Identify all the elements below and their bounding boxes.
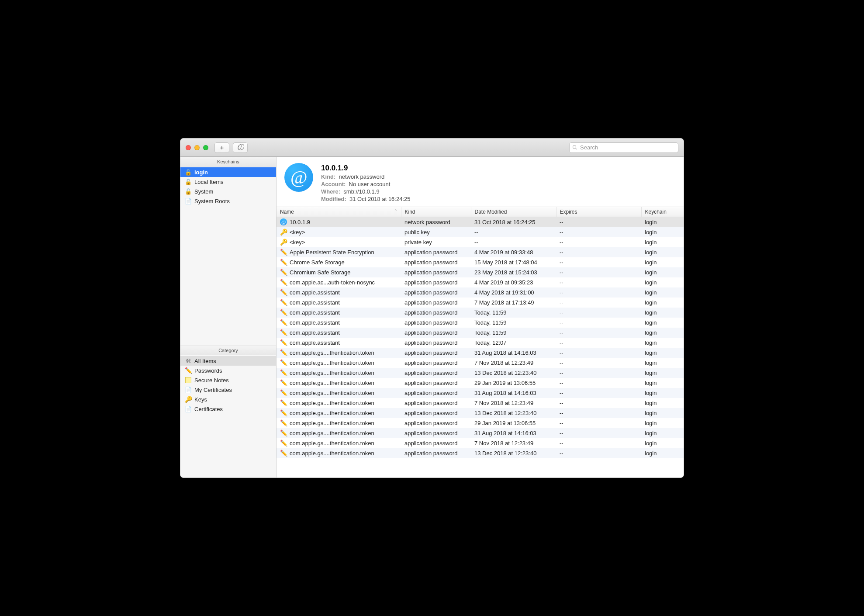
- key-icon: 🔑: [185, 396, 192, 403]
- table-row[interactable]: ✏️com.apple.gs....thentication.tokenappl…: [276, 408, 684, 418]
- row-date: 31 Aug 2018 at 14:16:03: [471, 388, 556, 398]
- table-row[interactable]: ✏️com.apple.gs....thentication.tokenappl…: [276, 348, 684, 358]
- search-field[interactable]: [569, 142, 678, 153]
- row-kind: application password: [401, 298, 471, 308]
- table-row[interactable]: ✏️com.apple.assistantapplication passwor…: [276, 318, 684, 328]
- table-row[interactable]: ✏️com.apple.gs....thentication.tokenappl…: [276, 378, 684, 388]
- table-row[interactable]: ✏️com.apple.gs....thentication.tokenappl…: [276, 418, 684, 428]
- minimize-window-button[interactable]: [194, 145, 200, 150]
- table-row[interactable]: 🔑<key>public key----login: [276, 227, 684, 237]
- row-date: 7 Nov 2018 at 12:23:49: [471, 398, 556, 408]
- sidebar-item-category[interactable]: 📄My Certificates: [180, 385, 276, 395]
- row-date: 13 Dec 2018 at 12:23:40: [471, 368, 556, 378]
- row-expires: --: [556, 318, 641, 328]
- table-row[interactable]: ✏️com.apple.gs....thentication.tokenappl…: [276, 438, 684, 448]
- col-keychain[interactable]: Keychain: [641, 207, 684, 217]
- table-row[interactable]: ✏️com.apple.assistantapplication passwor…: [276, 338, 684, 348]
- svg-line-1: [576, 148, 577, 149]
- info-button[interactable]: ⓘ: [233, 142, 248, 153]
- row-kind: application password: [401, 428, 471, 438]
- table-row[interactable]: ✏️com.apple.gs....thentication.tokenappl…: [276, 428, 684, 438]
- row-keychain: login: [641, 328, 684, 338]
- row-keychain: login: [641, 338, 684, 348]
- row-date: 13 Dec 2018 at 12:23:40: [471, 448, 556, 458]
- sidebar-item-keychain[interactable]: 📄System Roots: [180, 196, 276, 206]
- row-keychain: login: [641, 308, 684, 318]
- row-name: com.apple.gs....thentication.token: [290, 370, 374, 376]
- col-name[interactable]: Name⌃: [276, 207, 401, 217]
- sidebar-item-keychain[interactable]: 🔓System: [180, 187, 276, 196]
- sidebar-item-label: Passwords: [194, 367, 222, 374]
- sidebar-item-category[interactable]: ✏️Passwords: [180, 366, 276, 375]
- table-row[interactable]: ✏️Chrome Safe Storageapplication passwor…: [276, 257, 684, 267]
- table-row[interactable]: ✏️com.apple.assistantapplication passwor…: [276, 298, 684, 308]
- row-kind: network password: [401, 217, 471, 227]
- row-date: 31 Aug 2018 at 14:16:03: [471, 428, 556, 438]
- svg-point-0: [573, 145, 576, 149]
- table-row[interactable]: ✏️Chromium Safe Storageapplication passw…: [276, 267, 684, 277]
- account-value: No user account: [349, 181, 391, 187]
- row-keychain: login: [641, 448, 684, 458]
- account-label: Account:: [321, 181, 346, 187]
- row-keychain: login: [641, 368, 684, 378]
- row-keychain: login: [641, 227, 684, 237]
- row-expires: --: [556, 257, 641, 267]
- row-name: com.apple.assistant: [290, 339, 340, 346]
- sidebar-item-category[interactable]: Secure Notes: [180, 375, 276, 385]
- row-expires: --: [556, 217, 641, 227]
- row-keychain: login: [641, 237, 684, 247]
- table-row[interactable]: ✏️com.apple.ac...auth-token-nosyncapplic…: [276, 277, 684, 287]
- close-window-button[interactable]: [186, 145, 191, 150]
- col-date-modified[interactable]: Date Modified: [471, 207, 556, 217]
- row-name: Chrome Safe Storage: [290, 259, 345, 266]
- table-row[interactable]: ✏️com.apple.assistantapplication passwor…: [276, 287, 684, 298]
- row-expires: --: [556, 328, 641, 338]
- table-row[interactable]: ✏️com.apple.gs....thentication.tokenappl…: [276, 388, 684, 398]
- table-row[interactable]: ✏️com.apple.assistantapplication passwor…: [276, 328, 684, 338]
- secure-note-icon: [185, 377, 192, 384]
- row-kind: application password: [401, 358, 471, 368]
- row-expires: --: [556, 227, 641, 237]
- row-expires: --: [556, 247, 641, 257]
- row-expires: --: [556, 438, 641, 448]
- info-icon: ⓘ: [237, 143, 244, 152]
- sort-asc-icon: ⌃: [394, 209, 397, 213]
- row-name: Chromium Safe Storage: [290, 269, 350, 276]
- password-icon: ✏️: [280, 359, 287, 366]
- table-row[interactable]: 🔑<key>private key----login: [276, 237, 684, 247]
- row-date: 31 Oct 2018 at 16:24:25: [471, 217, 556, 227]
- items-table-wrap[interactable]: Name⌃ Kind Date Modified Expires Keychai…: [276, 207, 684, 478]
- sidebar-item-keychain[interactable]: 🔓Local Items: [180, 177, 276, 187]
- row-expires: --: [556, 358, 641, 368]
- password-icon: ✏️: [185, 367, 192, 374]
- table-row[interactable]: ✏️com.apple.gs....thentication.tokenappl…: [276, 398, 684, 408]
- zoom-window-button[interactable]: [203, 145, 208, 150]
- table-row[interactable]: ✏️com.apple.assistantapplication passwor…: [276, 308, 684, 318]
- row-date: Today, 11:59: [471, 318, 556, 328]
- table-row[interactable]: ✏️com.apple.gs....thentication.tokenappl…: [276, 358, 684, 368]
- table-row[interactable]: ✏️com.apple.gs....thentication.tokenappl…: [276, 448, 684, 458]
- search-input[interactable]: [579, 144, 675, 151]
- where-value: smb://10.0.1.9: [343, 188, 379, 195]
- key-icon: 🔑: [280, 228, 287, 235]
- add-button[interactable]: +: [214, 142, 229, 153]
- table-row[interactable]: ✏️Apple Persistent State Encryptionappli…: [276, 247, 684, 257]
- row-name: com.apple.gs....thentication.token: [290, 400, 374, 406]
- row-name: com.apple.assistant: [290, 299, 340, 306]
- row-keychain: login: [641, 398, 684, 408]
- col-kind[interactable]: Kind: [401, 207, 471, 217]
- table-row[interactable]: @10.0.1.9network password31 Oct 2018 at …: [276, 217, 684, 227]
- sidebar-item-label: All Items: [194, 358, 216, 364]
- row-name: Apple Persistent State Encryption: [290, 249, 374, 256]
- password-icon: ✏️: [280, 329, 287, 336]
- row-keychain: login: [641, 358, 684, 368]
- sidebar-item-category[interactable]: 🛠All Items: [180, 356, 276, 366]
- sidebar-item-keychain[interactable]: 🔓login: [180, 167, 276, 177]
- row-kind: application password: [401, 378, 471, 388]
- col-expires[interactable]: Expires: [556, 207, 641, 217]
- password-icon: ✏️: [280, 289, 287, 296]
- table-row[interactable]: ✏️com.apple.gs....thentication.tokenappl…: [276, 368, 684, 378]
- sidebar-item-category[interactable]: 🔑Keys: [180, 395, 276, 404]
- search-icon: [572, 145, 577, 150]
- sidebar-item-category[interactable]: 📄Certificates: [180, 404, 276, 414]
